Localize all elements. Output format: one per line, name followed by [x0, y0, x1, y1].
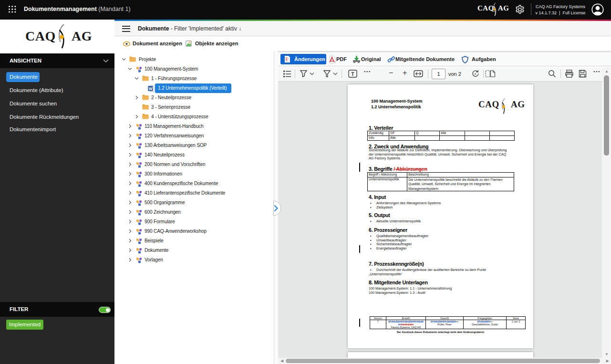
svg-text:T: T	[351, 71, 354, 77]
svg-text:W: W	[149, 86, 153, 91]
